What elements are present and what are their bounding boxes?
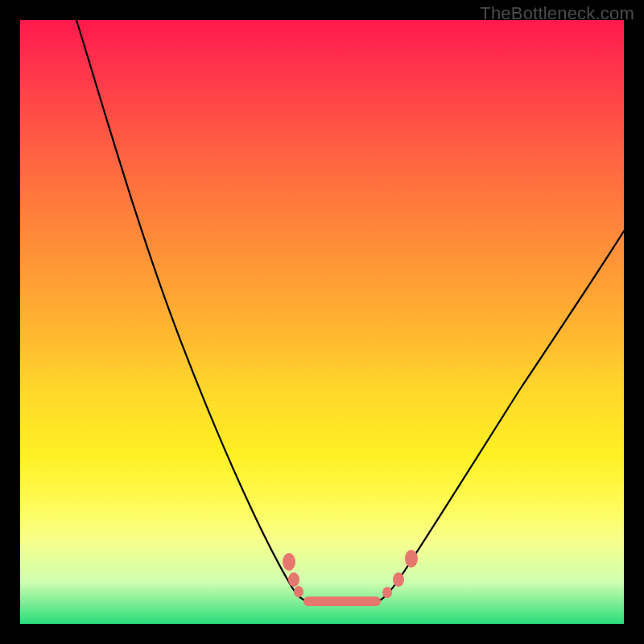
marker-dot [393,572,404,587]
marker-dot [283,553,295,571]
marker-dot [382,587,392,598]
watermark-text: TheBottleneck.com [480,3,634,24]
marker-dot [294,586,303,597]
curve-right-branch [381,231,624,600]
marker-dot [288,572,299,587]
curve-left-branch [76,20,303,600]
marker-dot [405,550,418,568]
bottleneck-curve [20,20,624,624]
chart-frame [20,20,624,624]
